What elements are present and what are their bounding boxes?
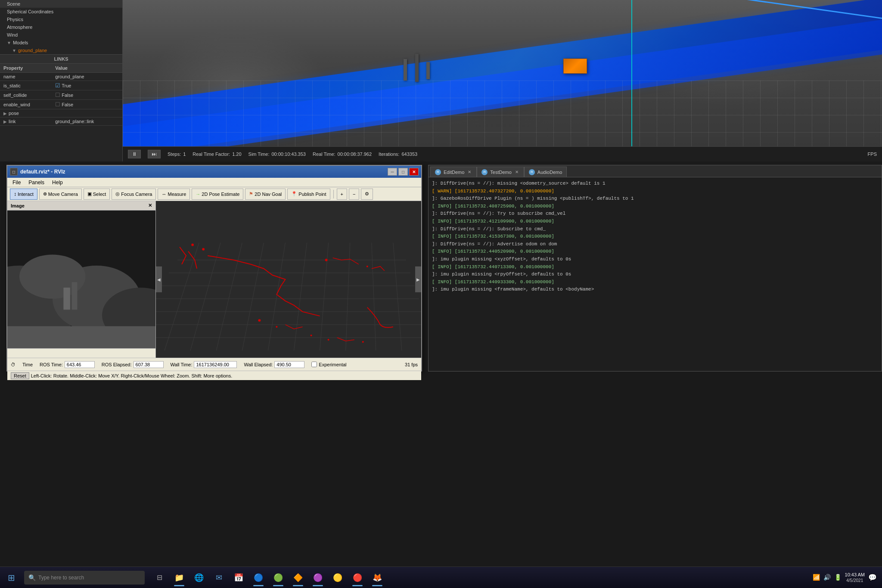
tool-settings-button[interactable]: ⚙ xyxy=(361,189,373,200)
menu-file[interactable]: File xyxy=(9,179,24,186)
publish-point-button[interactable]: 📍 Publish Point xyxy=(287,189,330,200)
interact-label: Interact xyxy=(18,192,34,197)
testdemo-close[interactable]: ✕ xyxy=(514,169,519,175)
pose-estimate-label: 2D Pose Estimate xyxy=(202,192,239,197)
audiodemo-icon: R xyxy=(529,169,535,175)
ros-elapsed-input[interactable] xyxy=(134,361,164,368)
mail-icon: ✉ xyxy=(216,573,222,582)
sidebar-item-models[interactable]: ▼Models xyxy=(0,39,122,46)
pose-estimate-button[interactable]: → 2D Pose Estimate xyxy=(192,189,243,200)
experimental-checkbox[interactable] xyxy=(311,362,317,367)
checkbox-enable-wind[interactable]: False xyxy=(55,101,73,108)
interact-button[interactable]: ↕ Interact xyxy=(10,189,37,200)
camera-scene-svg xyxy=(7,210,155,348)
image-panel-footer xyxy=(7,348,155,358)
editdemo-close[interactable]: ✕ xyxy=(467,169,472,175)
table-row: name ground_plane xyxy=(0,73,122,81)
image-display xyxy=(7,210,155,348)
close-button[interactable]: ✕ xyxy=(409,168,419,176)
prop-link[interactable]: ▶link xyxy=(0,118,52,126)
remove-tool-button[interactable]: − xyxy=(349,189,359,200)
tab-testdemo[interactable]: R TestDemo ✕ xyxy=(477,167,524,177)
scroll-right-arrow[interactable]: ▶ xyxy=(415,266,421,292)
table-row: is_static True xyxy=(0,81,122,90)
battery-icon: 🔋 xyxy=(834,574,842,581)
checkbox-self-collide[interactable]: False xyxy=(55,92,73,98)
windows-logo-icon: ⊞ xyxy=(8,573,15,583)
svg-rect-7 xyxy=(72,282,78,309)
sidebar-item-atmosphere[interactable]: Atmosphere xyxy=(0,23,122,31)
taskbar-app-7[interactable]: 🦊 xyxy=(368,568,387,587)
taskbar-app-calendar[interactable]: 📅 xyxy=(229,568,248,587)
taskbar-app-6[interactable]: 🔴 xyxy=(348,568,367,587)
sidebar-item-scene[interactable]: Scene xyxy=(0,0,122,8)
start-button[interactable]: ⊞ xyxy=(0,567,22,588)
search-placeholder: Type here to search xyxy=(38,575,84,581)
sidebar-item-ground-plane[interactable]: ▼ground_plane xyxy=(0,46,122,54)
fps-status: FPS xyxy=(868,152,877,157)
tab-editdemo[interactable]: R EditDemo ✕ xyxy=(430,167,477,177)
tab-audiodemo[interactable]: R AudioDemo xyxy=(524,167,567,177)
minimize-button[interactable]: ─ xyxy=(388,168,397,176)
taskbar-app-explorer[interactable]: 📁 xyxy=(170,568,189,587)
gazebo-sidebar: Scene Spherical Coordinates Physics Atmo… xyxy=(0,0,123,161)
sidebar-item-spherical-coords[interactable]: Spherical Coordinates xyxy=(0,8,122,15)
interact-icon: ↕ xyxy=(14,191,16,197)
app2-icon: 🟢 xyxy=(273,573,283,582)
ros-time-input[interactable] xyxy=(65,361,95,368)
grid-floor xyxy=(123,80,882,146)
measure-button[interactable]: ↔ Measure xyxy=(158,189,190,200)
prop-value-self-collide[interactable]: False xyxy=(52,90,122,100)
scroll-left-arrow[interactable]: ◀ xyxy=(156,266,162,292)
clock[interactable]: 10:43 AM 4/5/2021 xyxy=(845,572,865,583)
audiodemo-label: AudioDemo xyxy=(537,170,562,175)
table-row: ▶pose xyxy=(0,109,122,118)
taskbar-app-edge[interactable]: 🌐 xyxy=(189,568,208,587)
move-camera-button[interactable]: ⊕ Move Camera xyxy=(39,189,82,200)
testdemo-icon: R xyxy=(481,169,488,175)
rviz-3d-view[interactable]: ◀ ▶ xyxy=(156,201,421,358)
taskbar-app-4[interactable]: 🟣 xyxy=(308,568,327,587)
rviz-menubar: File Panels Help xyxy=(7,178,421,187)
menu-help[interactable]: Help xyxy=(49,179,66,186)
console-content[interactable]: ]: DiffDrive(ns = //): missing <odometry… xyxy=(429,177,882,371)
pause-button[interactable]: ⏸ xyxy=(128,150,141,158)
prop-value-is-static[interactable]: True xyxy=(52,81,122,90)
rviz-left-panel: Image ✕ xyxy=(7,201,156,358)
image-panel-close[interactable]: ✕ xyxy=(148,203,152,208)
wall-time-input[interactable] xyxy=(194,361,237,368)
prop-pose[interactable]: ▶pose xyxy=(0,109,52,118)
focus-camera-button[interactable]: ◎ Focus Camera xyxy=(112,189,156,200)
sidebar-item-physics[interactable]: Physics xyxy=(0,15,122,23)
step-button[interactable]: ⏭ xyxy=(148,150,161,158)
select-label: Select xyxy=(93,192,106,197)
taskbar-app-3[interactable]: 🔶 xyxy=(289,568,307,587)
menu-panels[interactable]: Panels xyxy=(25,179,48,186)
clock-time: 10:43 AM xyxy=(845,572,865,578)
focus-camera-icon: ◎ xyxy=(115,191,120,197)
gazebo-viewport[interactable]: ⏸ ⏭ Steps: 1 Real Time Factor: 1.20 Sim … xyxy=(123,0,882,161)
experimental-label: Experimental xyxy=(319,362,346,367)
select-button[interactable]: ▣ Select xyxy=(84,189,110,200)
ros-time-label: ROS Time: xyxy=(40,362,63,367)
taskbar-app-1[interactable]: 🔵 xyxy=(249,568,268,587)
sidebar-item-wind[interactable]: Wind xyxy=(0,31,122,39)
reset-button[interactable]: Reset xyxy=(11,372,29,379)
publish-point-icon: 📍 xyxy=(291,191,297,197)
taskbar-app-5[interactable]: 🟡 xyxy=(328,568,347,587)
taskbar-app-mail[interactable]: ✉ xyxy=(209,568,228,587)
search-bar[interactable]: 🔍 Type here to search xyxy=(24,571,145,585)
restore-button[interactable]: □ xyxy=(398,168,408,176)
checkbox-is-static[interactable]: True xyxy=(55,82,71,89)
prop-value-enable-wind[interactable]: False xyxy=(52,100,122,109)
wall-elapsed-input[interactable] xyxy=(274,361,304,368)
help-text: Left-Click: Rotate. Middle-Click: Move X… xyxy=(31,373,232,378)
taskbar-app-taskview[interactable]: ⊟ xyxy=(150,568,169,587)
notification-icon[interactable]: 💬 xyxy=(868,573,877,582)
taskbar-app-2[interactable]: 🟢 xyxy=(269,568,288,587)
app7-icon: 🦊 xyxy=(373,573,382,582)
rviz-window: □ default.rviz* - RVIz ─ □ ✕ File Panels… xyxy=(6,165,422,371)
taskview-icon: ⊟ xyxy=(157,573,162,582)
add-tool-button[interactable]: + xyxy=(337,189,347,200)
nav-goal-button[interactable]: ⚑ 2D Nav Goal xyxy=(245,189,286,200)
